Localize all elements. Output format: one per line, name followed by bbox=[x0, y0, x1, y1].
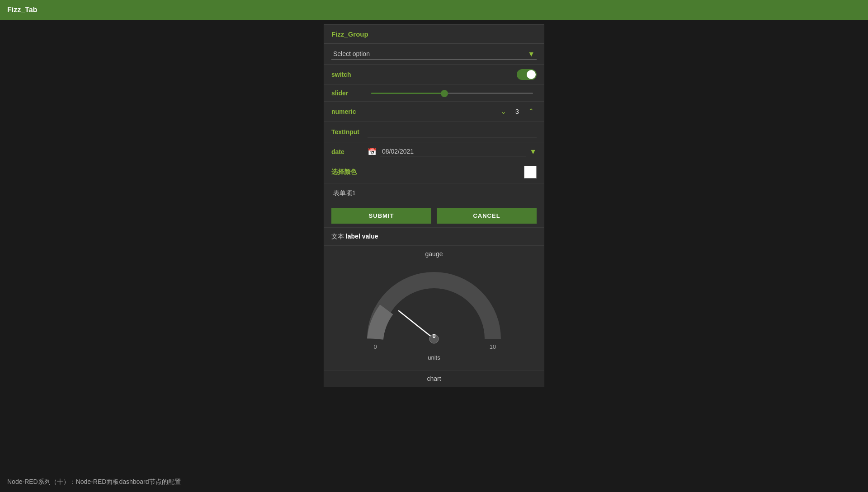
numeric-increment-button[interactable]: ⌃ bbox=[525, 106, 537, 117]
text-label-prefix: 文本 label value bbox=[331, 233, 378, 240]
svg-text:0: 0 bbox=[373, 343, 377, 350]
top-bar: Fizz_Tab bbox=[0, 0, 868, 20]
color-picker-row: 选择颜色 bbox=[324, 161, 544, 183]
textinput-field[interactable] bbox=[368, 126, 537, 137]
select-input[interactable]: Select option bbox=[331, 48, 537, 60]
text-label-row: 文本 label value bbox=[324, 228, 544, 246]
switch-label: switch bbox=[331, 71, 368, 78]
slider-label: slider bbox=[331, 89, 368, 97]
gauge-container: 0 0 10 units bbox=[331, 262, 537, 361]
svg-text:10: 10 bbox=[490, 343, 496, 350]
color-picker-label: 选择颜色 bbox=[331, 168, 368, 176]
numeric-row: numeric ⌄ 3 ⌃ bbox=[324, 102, 544, 122]
gauge-section: gauge 0 0 bbox=[324, 246, 544, 370]
select-wrapper: Select option ▼ bbox=[331, 48, 537, 60]
submit-button[interactable]: SUBMIT bbox=[331, 208, 431, 224]
slider-track bbox=[371, 93, 533, 94]
buttons-row: SUBMIT CANCEL bbox=[324, 204, 544, 228]
form-input-wrapper bbox=[331, 188, 537, 199]
gauge-svg: 0 0 10 bbox=[362, 262, 506, 352]
bottom-bar: Node-RED系列（十）：Node-RED面板dashboard节点的配置 bbox=[0, 472, 868, 492]
panel-title: Fizz_Group bbox=[324, 25, 544, 44]
gauge-units: units bbox=[428, 354, 440, 361]
form-input-field[interactable] bbox=[331, 188, 537, 199]
numeric-wrapper: ⌄ 3 ⌃ bbox=[368, 106, 537, 117]
cancel-button[interactable]: CANCEL bbox=[437, 208, 537, 224]
textinput-row: TextInput bbox=[324, 122, 544, 142]
textinput-label: TextInput bbox=[331, 128, 368, 136]
select-option-row: Select option ▼ bbox=[324, 44, 544, 65]
color-swatch[interactable] bbox=[524, 166, 537, 178]
color-wrapper bbox=[368, 166, 537, 178]
textinput-wrapper bbox=[368, 126, 537, 137]
gauge-title: gauge bbox=[331, 250, 537, 258]
date-wrapper: 📅 08/02/2021 ▼ bbox=[368, 147, 537, 156]
panel-content[interactable]: Select option ▼ switch slider bbox=[324, 44, 544, 387]
main-area: Fizz_Group Select option ▼ switch bbox=[0, 20, 868, 472]
chart-section: chart bbox=[324, 370, 544, 387]
slider-fill bbox=[371, 93, 444, 94]
text-label-value: label value bbox=[346, 233, 378, 240]
panel: Fizz_Group Select option ▼ switch bbox=[324, 24, 544, 387]
slider-row: slider bbox=[324, 85, 544, 102]
app-title: Fizz_Tab bbox=[7, 6, 37, 14]
date-label: date bbox=[331, 148, 368, 155]
calendar-icon: 📅 bbox=[368, 147, 377, 156]
switch-wrapper bbox=[368, 69, 537, 80]
switch-row: switch bbox=[324, 65, 544, 85]
svg-line-0 bbox=[399, 311, 434, 339]
date-arrow-icon[interactable]: ▼ bbox=[529, 148, 537, 156]
date-value: 08/02/2021 bbox=[380, 147, 526, 156]
slider-wrapper bbox=[368, 93, 537, 94]
bottom-bar-text: Node-RED系列（十）：Node-RED面板dashboard节点的配置 bbox=[7, 478, 181, 486]
numeric-label: numeric bbox=[331, 108, 368, 115]
date-row: date 📅 08/02/2021 ▼ bbox=[324, 142, 544, 161]
numeric-decrement-button[interactable]: ⌄ bbox=[498, 106, 509, 117]
form-item-row bbox=[324, 183, 544, 204]
chart-title: chart bbox=[331, 375, 537, 382]
svg-text:0: 0 bbox=[432, 333, 435, 339]
slider-thumb[interactable] bbox=[441, 90, 448, 97]
switch-toggle[interactable] bbox=[517, 69, 537, 80]
numeric-value: 3 bbox=[513, 108, 522, 115]
switch-thumb bbox=[527, 70, 536, 79]
